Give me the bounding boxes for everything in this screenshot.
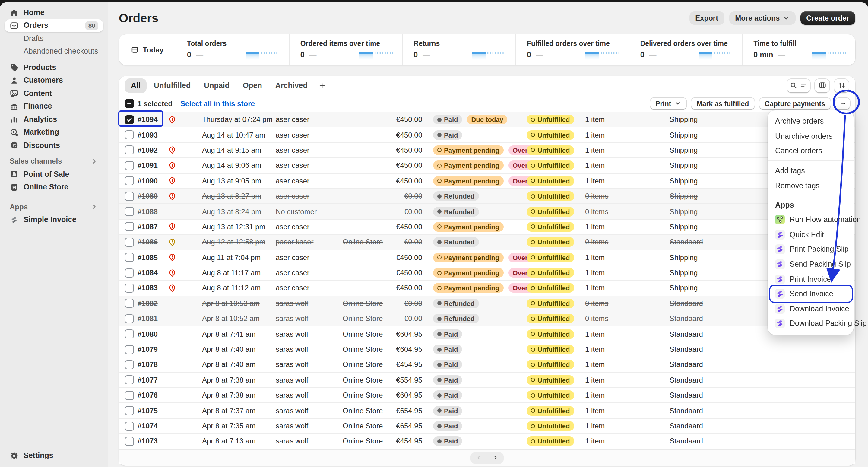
select-all-checkbox[interactable] — [125, 99, 134, 108]
sidebar-item-online-store[interactable]: Online Store — [5, 181, 103, 194]
menu-item-send-invoice[interactable]: Send Invoice — [768, 287, 854, 301]
table-row[interactable]: #1075Apr 8 at 7:37 amsaras wolfOnline St… — [119, 403, 855, 418]
table-row[interactable]: #1091Aug 14 at 9:06 amaser caser€450.00P… — [119, 157, 855, 173]
metric-ordered-items-over-time[interactable]: Ordered items over time0— — [289, 34, 402, 65]
sidebar-item-abandoned-checkouts[interactable]: Abandoned checkouts — [5, 45, 103, 58]
menu-item-add-tags[interactable]: Add tags — [768, 163, 854, 178]
capture-payments-button[interactable]: Capture payments — [758, 97, 831, 110]
row-checkbox[interactable] — [125, 115, 134, 124]
table-row[interactable]: #1081Apr 8 at 10:52 amsaras wolfOnline S… — [119, 311, 855, 326]
row-checkbox[interactable] — [125, 391, 134, 400]
sidebar-item-finance[interactable]: Finance — [5, 100, 103, 113]
sidebar-item-point-of-sale[interactable]: Point of Sale — [5, 168, 103, 181]
menu-item-archive-orders[interactable]: Archive orders — [768, 114, 854, 129]
sort-button[interactable] — [834, 78, 849, 93]
table-row[interactable]: #1094Thursday at 07:24 pmaser caser€450.… — [119, 112, 855, 127]
tab-archived[interactable]: Archived — [269, 78, 314, 93]
table-row[interactable]: #1074Apr 8 at 7:35 amsaras wolfOnline St… — [119, 418, 855, 434]
row-checkbox[interactable] — [125, 207, 134, 216]
select-all-link[interactable]: Select all in this store — [180, 99, 255, 108]
table-row[interactable]: #1089Aug 13 at 8:27 pmaser caser€0.00Ref… — [119, 188, 855, 204]
create-order-button[interactable]: Create order — [800, 11, 855, 25]
row-checkbox[interactable] — [125, 330, 134, 339]
row-checkbox[interactable] — [125, 314, 134, 323]
next-page-button[interactable] — [487, 452, 504, 464]
table-row[interactable]: #1079Apr 8 at 7:40 amsaras wolfOnline St… — [119, 342, 855, 357]
table-row[interactable]: #1090Aug 13 at 9:05 pmaser caser€450.00P… — [119, 173, 855, 188]
add-view-button[interactable] — [315, 78, 329, 93]
menu-item-download-packing-slip[interactable]: Download Packing Slip — [768, 316, 854, 331]
table-row[interactable]: #1087Aug 13 at 12:31 pmaser caser€450.00… — [119, 219, 855, 234]
sidebar-item-customers[interactable]: Customers — [5, 74, 103, 87]
tab-open[interactable]: Open — [237, 78, 268, 93]
tab-unfulfilled[interactable]: Unfulfilled — [148, 78, 197, 93]
metric-delivered-orders-over-time[interactable]: Delivered orders over time0— — [629, 34, 742, 65]
row-checkbox[interactable] — [125, 422, 134, 431]
sidebar-section-sales-channels[interactable]: Sales channels — [5, 155, 103, 168]
row-checkbox[interactable] — [125, 222, 134, 231]
metric-returns[interactable]: Returns0— — [402, 34, 516, 65]
previous-page-button[interactable] — [470, 452, 487, 464]
table-row[interactable]: #1088Aug 13 at 8:24 pmNo customer€0.00Re… — [119, 204, 855, 219]
row-checkbox[interactable] — [125, 268, 134, 277]
sidebar-item-products[interactable]: Products — [5, 61, 103, 74]
tab-all[interactable]: All — [125, 78, 147, 93]
sidebar-item-simple-invoice[interactable]: Simple Invoice — [5, 213, 103, 226]
sidebar-item-content[interactable]: Content — [5, 87, 103, 100]
table-row[interactable]: #1077Apr 8 at 7:38 amsaras wolfOnline St… — [119, 372, 855, 387]
tab-unpaid[interactable]: Unpaid — [198, 78, 236, 93]
menu-item-remove-tags[interactable]: Remove tags — [768, 178, 854, 193]
table-row[interactable]: #1085Aug 11 at 7:04 pmaser caser€450.00P… — [119, 249, 855, 265]
menu-item-print-packing-slip[interactable]: Print Packing Slip — [768, 242, 854, 257]
more-actions-button[interactable]: More actions — [729, 11, 795, 25]
row-checkbox[interactable] — [125, 177, 134, 186]
menu-item-quick-edit[interactable]: Quick Edit — [768, 227, 854, 242]
table-row[interactable]: #1084Aug 8 at 11:17 amaser caser€450.00P… — [119, 265, 855, 280]
sidebar-item-discounts[interactable]: Discounts — [5, 139, 103, 152]
sidebar-item-orders[interactable]: Orders80 — [5, 19, 103, 32]
metric-total-orders[interactable]: Total orders0— — [176, 34, 289, 65]
row-checkbox[interactable] — [125, 345, 134, 354]
row-checkbox[interactable] — [125, 238, 134, 247]
search-and-filter-button[interactable] — [786, 78, 811, 93]
table-row[interactable]: #1082Apr 8 at 10:53 amsaras wolfOnline S… — [119, 295, 855, 311]
menu-item-download-invoice[interactable]: Download Invoice — [768, 301, 854, 316]
print-button[interactable]: Print — [649, 97, 687, 110]
row-checkbox[interactable] — [125, 376, 134, 385]
sidebar-item-drafts[interactable]: Drafts — [5, 32, 103, 45]
metric-time-to-fulfill[interactable]: Time to fulfill0 min— — [742, 34, 855, 65]
table-row[interactable]: #1073Apr 8 at 7:13 amsaras wolfOnline St… — [119, 433, 855, 448]
row-checkbox[interactable] — [125, 130, 134, 139]
table-row[interactable]: #1080Apr 8 at 7:41 amsaras wolfOnline St… — [119, 326, 855, 342]
row-checkbox[interactable] — [125, 299, 134, 308]
sidebar-item-home[interactable]: Home — [5, 6, 103, 19]
row-checkbox[interactable] — [125, 253, 134, 262]
sidebar-item-analytics[interactable]: Analytics — [5, 113, 103, 126]
row-checkbox[interactable] — [125, 406, 134, 415]
row-checkbox[interactable] — [125, 192, 134, 200]
menu-item-send-packing-slip[interactable]: Send Packing Slip — [768, 257, 854, 272]
table-row[interactable]: #1086Aug 12 at 12:58 pmpaser kaserOnline… — [119, 234, 855, 249]
row-checkbox[interactable] — [125, 360, 134, 369]
sidebar-item-settings[interactable]: Settings — [5, 449, 103, 462]
table-row[interactable]: #1093Aug 14 at 10:47 amaser caser€450.00… — [119, 127, 855, 143]
menu-item-print-invoice[interactable]: Print Invoice — [768, 272, 854, 287]
table-row[interactable]: #1076Apr 8 at 7:38 amsaras wolfOnline St… — [119, 387, 855, 403]
sidebar-item-marketing[interactable]: Marketing — [5, 126, 103, 139]
row-checkbox[interactable] — [125, 146, 134, 155]
menu-item-unarchive-orders[interactable]: Unarchive orders — [768, 129, 854, 144]
table-row[interactable]: #1078Apr 8 at 7:40 amsaras wolfOnline St… — [119, 357, 855, 372]
mark-as-fulfilled-button[interactable]: Mark as fulfilled — [690, 97, 755, 110]
sidebar-section-apps[interactable]: Apps — [5, 200, 103, 213]
menu-item-run-flow-automation[interactable]: Run Flow automation — [768, 212, 854, 227]
more-bulk-actions-button[interactable] — [835, 97, 850, 110]
date-filter-button[interactable]: Today — [119, 34, 176, 65]
menu-item-cancel-orders[interactable]: Cancel orders — [768, 144, 854, 158]
export-button[interactable]: Export — [689, 11, 724, 25]
row-checkbox[interactable] — [125, 161, 134, 170]
table-row[interactable]: #1092Aug 14 at 9:15 amaser caser€450.00P… — [119, 143, 855, 158]
metric-fulfilled-orders-over-time[interactable]: Fulfilled orders over time0— — [516, 34, 629, 65]
row-checkbox[interactable] — [125, 437, 134, 446]
row-checkbox[interactable] — [125, 284, 134, 292]
edit-columns-button[interactable] — [814, 78, 830, 93]
